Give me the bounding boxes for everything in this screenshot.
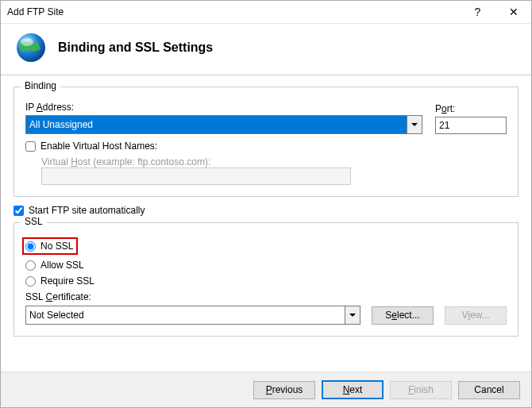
- ip-address-combo[interactable]: All Unassigned: [25, 115, 422, 134]
- enable-virtual-host-label: Enable Virtual Host Names:: [40, 140, 157, 152]
- port-label: Port:: [435, 103, 507, 114]
- require-ssl-radio[interactable]: [25, 276, 36, 287]
- wizard-body: Binding IP Address: All Unassigned: [1, 75, 531, 371]
- next-button[interactable]: Next: [322, 380, 384, 399]
- previous-button[interactable]: Previous: [253, 381, 315, 399]
- no-ssl-highlight: No SSL: [22, 237, 78, 255]
- require-ssl-row: Require SSL: [25, 275, 507, 287]
- allow-ssl-radio[interactable]: [25, 260, 36, 271]
- globe-icon: [15, 32, 47, 64]
- allow-ssl-row: Allow SSL: [25, 260, 507, 271]
- ssl-certificate-combo[interactable]: Not Selected: [25, 306, 360, 325]
- ip-address-dropdown-button[interactable]: [407, 116, 422, 133]
- ssl-legend: SSL: [21, 216, 47, 227]
- allow-ssl-label: Allow SSL: [40, 260, 84, 271]
- select-certificate-button[interactable]: Select...: [372, 306, 434, 325]
- ssl-certificate-label: SSL Certificate:: [25, 291, 507, 302]
- require-ssl-label: Require SSL: [40, 275, 94, 287]
- start-automatically-row: Start FTP site automatically: [13, 205, 519, 216]
- virtual-host-label: Virtual Host (example: ftp.contoso.com):: [41, 156, 210, 167]
- add-ftp-site-dialog: Add FTP Site ? ✕ Binding and SSL Setting…: [0, 0, 532, 408]
- wizard-header: Binding and SSL Settings: [1, 24, 531, 75]
- chevron-down-icon: [349, 312, 356, 318]
- no-ssl-radio[interactable]: [25, 241, 36, 252]
- start-automatically-checkbox[interactable]: [13, 206, 24, 216]
- ip-address-label: IP Address:: [25, 102, 422, 113]
- enable-virtual-host-checkbox[interactable]: [25, 141, 36, 152]
- chevron-down-icon: [411, 121, 418, 128]
- wizard-heading: Binding and SSL Settings: [58, 40, 213, 55]
- ssl-certificate-dropdown-button[interactable]: [345, 306, 360, 324]
- ssl-group: SSL No SSL Allow SSL Require SSL: [13, 222, 519, 337]
- no-ssl-label: No SSL: [40, 241, 73, 252]
- port-input[interactable]: [435, 117, 507, 134]
- window-title: Add FTP Site: [7, 6, 460, 17]
- ip-address-value: All Unassigned: [26, 116, 407, 133]
- close-button[interactable]: ✕: [495, 1, 531, 23]
- svg-point-1: [21, 38, 33, 46]
- no-ssl-row: No SSL: [25, 237, 507, 255]
- cancel-button[interactable]: Cancel: [458, 381, 520, 399]
- virtual-host-input: [41, 167, 351, 185]
- view-certificate-button: View...: [445, 306, 507, 325]
- titlebar: Add FTP Site ? ✕: [1, 1, 531, 24]
- binding-group: Binding IP Address: All Unassigned: [13, 87, 519, 197]
- help-button[interactable]: ?: [460, 1, 495, 23]
- enable-virtual-host-row: Enable Virtual Host Names:: [25, 140, 507, 152]
- ssl-certificate-value: Not Selected: [26, 306, 345, 324]
- virtual-host-subsection: Virtual Host (example: ftp.contoso.com):: [41, 156, 507, 185]
- start-automatically-label: Start FTP site automatically: [29, 205, 145, 216]
- finish-button: Finish: [390, 381, 452, 399]
- binding-legend: Binding: [21, 80, 60, 91]
- wizard-footer: Previous Next Finish Cancel: [1, 371, 531, 407]
